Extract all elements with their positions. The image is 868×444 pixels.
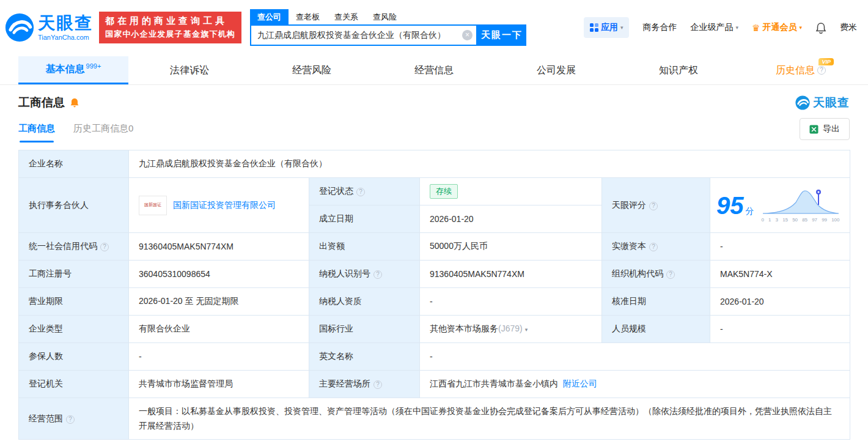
field-reg-status-value: 存续	[420, 178, 602, 205]
field-business-term-value: 2026-01-20 至 无固定期限	[129, 288, 309, 316]
field-approval-date-label: 核准日期	[602, 288, 710, 316]
menu-enterprise-products[interactable]: 企业级产品 ▾	[690, 22, 738, 33]
field-label: 经营范围	[29, 413, 63, 423]
search-tab-risk[interactable]: 查风险	[366, 9, 404, 24]
tianyancha-score[interactable]: 95分 0131550859799100	[716, 188, 844, 223]
subscribe-bell-icon[interactable]	[70, 98, 79, 108]
header-menu: 应用 ▾ 商务合作 企业级产品 ▾ ♛ 开通会员 ▾ 费米	[584, 17, 859, 38]
partner-logo[interactable]: 国新国证	[139, 196, 167, 215]
export-button[interactable]: 导出	[800, 118, 850, 140]
help-icon[interactable]: ?	[66, 415, 75, 424]
field-label: 天眼评分	[612, 200, 646, 210]
field-taxpayer-quality-label: 纳税人资质	[309, 288, 420, 316]
table-row: 经营范围? 一般项目：以私募基金从事股权投资、投资管理、资产管理等活动（须在中国…	[19, 398, 850, 440]
clear-icon[interactable]: ×	[462, 30, 473, 40]
field-reg-number-label: 工商注册号	[19, 261, 129, 288]
subtab-row: 工商信息 历史工商信息0 导出	[18, 118, 850, 142]
premises-address: 江西省九江市共青城市基金小镇内	[430, 379, 558, 388]
tab-basic-info[interactable]: 基本信息 999+	[18, 56, 128, 84]
nearby-companies-link[interactable]: 附近公司	[563, 379, 597, 388]
user-name[interactable]: 费米	[840, 22, 857, 33]
search-input[interactable]	[250, 24, 477, 46]
slogan-line-2: 国家中小企业发展子基金旗下机构	[105, 29, 235, 40]
search-button[interactable]: 天眼一下	[477, 24, 526, 46]
field-label: 纳税人识别号	[319, 268, 370, 278]
subtab-history-business-info[interactable]: 历史工商信息0	[73, 123, 133, 142]
tab-label: 历史信息	[776, 64, 815, 77]
field-insured-count-label: 参保人数	[19, 343, 129, 371]
bell-icon[interactable]	[815, 22, 826, 34]
vip-badge: VIP	[818, 58, 834, 65]
field-english-name-label: 英文名称	[309, 343, 420, 371]
search-tab-relation[interactable]: 查关系	[327, 9, 366, 24]
help-icon[interactable]: ?	[373, 380, 382, 389]
company-nav-tabs: 基本信息 999+ 法律诉讼 经营风险 经营信息 公司发展 知识产权 VIP 历…	[0, 56, 868, 85]
subtab-business-info[interactable]: 工商信息	[18, 123, 55, 142]
score-unit: 分	[746, 206, 754, 216]
table-row: 统一社会信用代码? 91360405MAK5N774XM 出资额 50000万人…	[19, 233, 850, 261]
tianyancha-watermark-icon	[795, 95, 810, 110]
tab-operating-info[interactable]: 经营信息	[373, 56, 495, 84]
tianyancha-logo[interactable]: 天眼查 TianYanCha.com	[5, 13, 93, 42]
export-label: 导出	[823, 124, 840, 135]
tab-company-development[interactable]: 公司发展	[495, 56, 617, 84]
field-establish-date-value: 2026-01-20	[420, 205, 602, 233]
chevron-down-icon[interactable]: ▾	[525, 327, 528, 333]
field-company-name-value: 九江鼎成启航股权投资基金合伙企业（有限合伙）	[129, 150, 850, 178]
menu-open-vip[interactable]: ♛ 开通会员 ▾	[752, 22, 802, 33]
chevron-down-icon: ▾	[799, 24, 802, 31]
field-insured-count-value: -	[129, 343, 309, 371]
help-icon[interactable]: ?	[373, 270, 382, 279]
partner-company-link[interactable]: 国新国证投资管理有限公司	[173, 200, 276, 211]
field-reg-authority-label: 登记机关	[19, 371, 129, 398]
field-reg-authority-value: 共青城市市场监督管理局	[129, 371, 309, 398]
field-company-type-label: 企业类型	[19, 316, 129, 343]
tab-history-info[interactable]: VIP 历史信息 ?	[740, 56, 862, 84]
menu-business-cooperation[interactable]: 商务合作	[642, 22, 677, 33]
tab-intellectual-property[interactable]: 知识产权	[617, 56, 740, 84]
help-icon[interactable]: ?	[356, 188, 365, 196]
field-staff-size-value: -	[710, 316, 850, 343]
section-header: 工商信息 天眼查	[18, 95, 850, 111]
table-row: 企业名称 九江鼎成启航股权投资基金合伙企业（有限合伙）	[19, 150, 850, 178]
field-credit-code-value: 91360405MAK5N774XM	[129, 233, 309, 261]
field-business-scope-value: 一般项目：以私募基金从事股权投资、投资管理、资产管理等活动（须在中国证券投资基金…	[129, 398, 850, 440]
section-title: 工商信息	[18, 95, 65, 111]
table-row: 执行事务合伙人 国新国证 国新国证投资管理有限公司 登记状态? 存续 天眼评分?…	[19, 178, 850, 205]
chevron-down-icon: ▾	[620, 24, 623, 31]
table-row: 参保人数 - 英文名称 -	[19, 343, 850, 371]
field-staff-size-label: 人员规模	[602, 316, 710, 343]
field-taxpayer-id-label: 纳税人识别号?	[309, 261, 420, 288]
field-capital-label: 出资额	[309, 233, 420, 261]
help-icon[interactable]: ?	[817, 66, 826, 75]
field-business-scope-label: 经营范围?	[19, 398, 129, 440]
field-tyc-score-label: 天眼评分?	[602, 178, 710, 233]
table-row: 登记机关 共青城市市场监督管理局 主要经营场所? 江西省九江市共青城市基金小镇内…	[19, 371, 850, 398]
field-executive-partner-value: 国新国证 国新国证投资管理有限公司	[129, 178, 309, 233]
field-company-type-value: 有限合伙企业	[129, 316, 309, 343]
help-icon[interactable]: ?	[649, 243, 658, 251]
score-chart: 0131550859799100	[762, 188, 840, 223]
field-business-term-label: 营业期限	[19, 288, 129, 316]
apps-menu-button[interactable]: 应用 ▾	[584, 17, 630, 38]
field-english-name-value: -	[420, 343, 850, 371]
apps-menu-label: 应用	[601, 22, 618, 33]
brand-name: 天眼查	[38, 15, 93, 32]
tab-legal-proceedings[interactable]: 法律诉讼	[128, 56, 251, 84]
slogan-banner: 都在用的商业查询工具 国家中小企业发展子基金旗下机构	[99, 12, 241, 43]
field-paid-capital-value: -	[710, 233, 850, 261]
field-label: 登记状态	[319, 186, 353, 196]
industry-code: (J679)	[498, 324, 523, 333]
field-company-name-label: 企业名称	[19, 150, 129, 178]
field-paid-capital-label: 实缴资本?	[602, 233, 710, 261]
slogan-line-1: 都在用的商业查询工具	[105, 15, 235, 27]
tab-operating-risk[interactable]: 经营风险	[251, 56, 373, 84]
help-icon[interactable]: ?	[649, 202, 658, 210]
score-distribution-curve	[762, 188, 840, 215]
search-tab-boss[interactable]: 查老板	[289, 9, 327, 24]
menu-vip-label: 开通会员	[762, 22, 796, 33]
field-label: 组织机构代码	[612, 268, 663, 278]
search-tab-company[interactable]: 查公司	[250, 9, 289, 24]
help-icon[interactable]: ?	[100, 243, 109, 251]
help-icon[interactable]: ?	[666, 270, 675, 279]
